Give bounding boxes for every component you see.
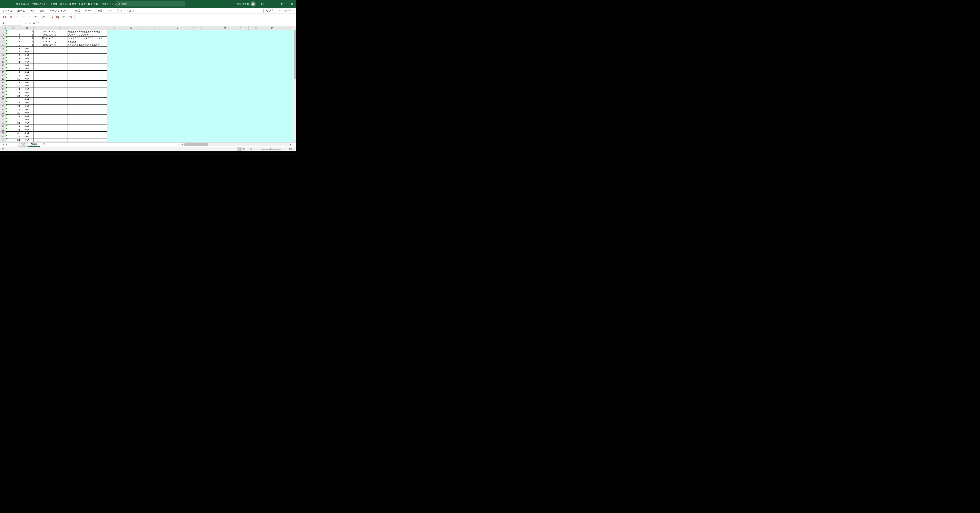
vertical-scrollbar[interactable]: ▲ ▼ [293, 26, 296, 142]
ribbon-tab-5[interactable]: 数式 [73, 9, 83, 13]
add-sheet-button[interactable] [42, 143, 46, 147]
comment-button[interactable]: コメント [277, 8, 294, 13]
vertical-scroll-thumb[interactable] [294, 30, 296, 79]
search-box[interactable]: 検索 [116, 2, 185, 6]
close-button[interactable] [287, 0, 296, 8]
row-header-6[interactable]: 6 [0, 47, 6, 50]
cell[interactable]: #N/A [21, 54, 34, 57]
row-header-11[interactable]: 11 [0, 64, 6, 67]
cell[interactable] [53, 81, 67, 84]
cell[interactable] [67, 121, 107, 125]
column-header-A[interactable]: A [6, 26, 21, 30]
cell[interactable]: 22 [6, 101, 21, 104]
cell[interactable]: 12 [6, 67, 21, 70]
cell[interactable]: 火 [53, 33, 67, 37]
cell[interactable] [34, 91, 53, 94]
enter-formula-icon[interactable]: ✓ [28, 21, 32, 25]
cell[interactable] [34, 81, 53, 84]
save-icon[interactable] [2, 15, 7, 19]
cell[interactable] [53, 105, 67, 108]
cell[interactable] [34, 74, 53, 77]
ribbon-tab-7[interactable]: 校閲 [95, 9, 105, 13]
cell[interactable]: 1 [6, 30, 21, 33]
cell[interactable] [53, 71, 67, 74]
cell[interactable]: #N/A [21, 101, 34, 104]
row-header-7[interactable]: 7 [0, 50, 6, 54]
row-header-17[interactable]: 17 [0, 84, 6, 88]
cell[interactable] [53, 115, 67, 118]
cell[interactable]: 1 [21, 40, 34, 43]
ribbon-tab-9[interactable]: 開発 [115, 9, 124, 13]
cell[interactable] [34, 139, 53, 142]
row-header-28[interactable]: 28 [0, 121, 6, 125]
column-header-E[interactable]: E [67, 26, 107, 30]
row-header-14[interactable]: 14 [0, 74, 6, 77]
sheet-tab-1[interactable]: 予定表 [28, 143, 40, 147]
cell[interactable] [34, 125, 53, 128]
cell[interactable]: #N/A [21, 135, 34, 138]
cell[interactable] [53, 77, 67, 81]
cell[interactable] [34, 101, 53, 104]
cell[interactable]: 6 [6, 47, 21, 50]
cell[interactable]: 7 [6, 50, 21, 54]
cell[interactable] [67, 128, 107, 132]
cell[interactable] [67, 81, 107, 84]
cell[interactable]: 33 [6, 139, 21, 142]
cell[interactable]: #N/A [21, 81, 34, 84]
cell[interactable]: 火 [53, 40, 67, 43]
cell[interactable]: 28 [6, 121, 21, 125]
cell[interactable]: いいいいいいいいいいいい [67, 33, 107, 37]
column-header-F[interactable]: F [107, 26, 123, 30]
cell[interactable] [34, 118, 53, 121]
sheet-tab-0[interactable]: 日記 [18, 143, 28, 147]
cell[interactable]: 9 [6, 57, 21, 60]
row-header-10[interactable]: 10 [0, 61, 6, 64]
cell[interactable] [67, 101, 107, 104]
cell[interactable]: 2020/10/17 [34, 37, 53, 40]
cell[interactable] [67, 67, 107, 70]
cell[interactable] [67, 94, 107, 98]
cell[interactable] [34, 64, 53, 67]
row-header-3[interactable]: 3 [0, 37, 6, 40]
cell[interactable] [34, 94, 53, 98]
cell[interactable]: 26 [6, 115, 21, 118]
row-header-16[interactable]: 16 [0, 81, 6, 84]
cell[interactable] [53, 50, 67, 54]
cell[interactable]: #N/A [21, 84, 34, 88]
cell[interactable] [53, 61, 67, 64]
row-header-24[interactable]: 24 [0, 108, 6, 111]
scroll-right-icon[interactable]: ▶ [289, 143, 293, 146]
ribbon-tab-6[interactable]: データ [83, 9, 95, 13]
page-break-view-button[interactable] [248, 147, 253, 151]
formula-input[interactable]: 1 [36, 21, 296, 25]
row-header-30[interactable]: 30 [0, 128, 6, 132]
column-header-M[interactable]: M [217, 26, 233, 30]
cell[interactable]: #N/A [21, 125, 34, 128]
cell[interactable]: #N/A [21, 77, 34, 81]
column-header-H[interactable]: H [139, 26, 154, 30]
cell[interactable]: #N/A [21, 132, 34, 135]
cell[interactable]: 5 [6, 43, 21, 47]
cell[interactable] [67, 118, 107, 121]
cell[interactable]: 18 [6, 88, 21, 91]
cell[interactable]: #N/A [21, 88, 34, 91]
cell[interactable]: 3 [6, 37, 21, 40]
cell[interactable]: 2020/10/27 [34, 40, 53, 43]
page-layout-view-button[interactable] [242, 147, 247, 151]
cell[interactable] [53, 121, 67, 125]
cell[interactable] [67, 61, 107, 64]
cell[interactable] [53, 111, 67, 115]
scroll-left-icon[interactable]: ◀ [181, 143, 184, 146]
cell[interactable]: 27 [6, 118, 21, 121]
cell[interactable]: 2020/10/6 [34, 33, 53, 37]
cell[interactable] [53, 118, 67, 121]
cell[interactable]: 土 [53, 37, 67, 40]
row-header-26[interactable]: 26 [0, 115, 6, 118]
cell[interactable]: #N/A [21, 91, 34, 94]
cell[interactable] [34, 88, 53, 91]
cell[interactable] [53, 54, 67, 57]
record-macro-icon[interactable] [2, 148, 5, 151]
cell[interactable] [67, 54, 107, 57]
formula-bar-expand-icon[interactable]: ⌄ [293, 22, 296, 25]
cell[interactable]: #N/A [21, 115, 34, 118]
